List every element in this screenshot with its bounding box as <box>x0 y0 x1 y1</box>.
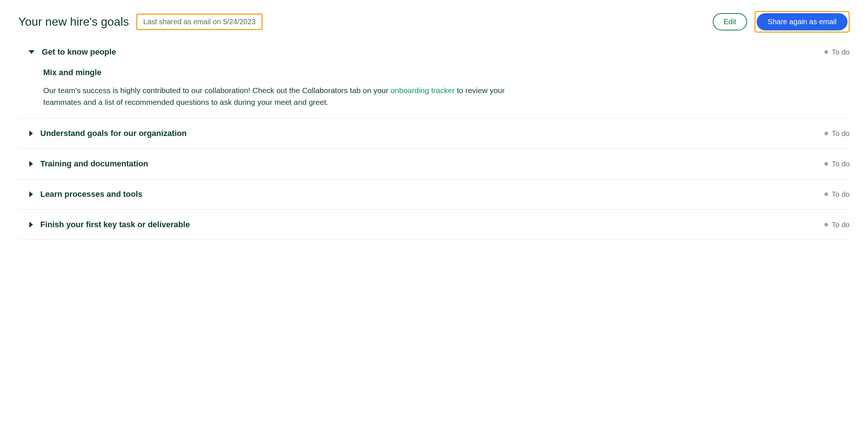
goal-description: Our team's success is highly contributed… <box>43 85 527 108</box>
goal-header[interactable]: Understand goals for our organization To… <box>29 129 850 138</box>
onboarding-tracker-link[interactable]: onboarding tracker <box>390 86 455 95</box>
status-badge: To do <box>824 221 850 229</box>
goal-desc-text: Our team's success is highly contributed… <box>43 86 390 95</box>
goals-list: Get to know people To do Mix and mingle … <box>18 47 850 240</box>
chevron-right-icon <box>29 191 33 197</box>
status-badge: To do <box>824 160 850 168</box>
goal-item: Understand goals for our organization To… <box>18 118 850 149</box>
goal-title: Learn processes and tools <box>40 189 142 199</box>
page-header: Your new hire's goals Last shared as ema… <box>18 11 850 33</box>
status-label: To do <box>832 48 850 56</box>
goal-title: Training and documentation <box>40 159 148 169</box>
goal-item: Learn processes and tools To do <box>18 179 850 210</box>
share-button-highlight: Share again as email <box>754 11 850 33</box>
status-dot-icon <box>824 223 828 226</box>
goal-item: Finish your first key task or deliverabl… <box>18 210 850 240</box>
share-again-button[interactable]: Share again as email <box>757 13 847 30</box>
status-label: To do <box>832 221 850 229</box>
goal-item: Training and documentation To do <box>18 149 850 179</box>
goal-title: Finish your first key task or deliverabl… <box>40 220 190 229</box>
status-label: To do <box>832 129 850 138</box>
status-dot-icon <box>824 192 828 196</box>
goal-header[interactable]: Learn processes and tools To do <box>29 189 850 199</box>
status-label: To do <box>832 160 850 168</box>
goal-title: Get to know people <box>42 47 116 57</box>
status-dot-icon <box>824 162 828 166</box>
chevron-right-icon <box>29 222 33 228</box>
goal-header[interactable]: Finish your first key task or deliverabl… <box>29 220 850 229</box>
goal-header[interactable]: Training and documentation To do <box>29 159 850 169</box>
page-title: Your new hire's goals <box>18 15 129 29</box>
last-shared-badge: Last shared as email on 5/24/2023 <box>136 14 263 30</box>
edit-button[interactable]: Edit <box>713 13 747 30</box>
chevron-right-icon <box>29 161 33 167</box>
goal-header[interactable]: Get to know people To do <box>29 47 850 57</box>
status-badge: To do <box>824 190 850 199</box>
goal-title: Understand goals for our organization <box>40 129 187 138</box>
status-badge: To do <box>824 48 850 56</box>
chevron-down-icon <box>29 50 34 54</box>
status-label: To do <box>832 190 850 199</box>
status-dot-icon <box>824 50 828 54</box>
status-dot-icon <box>824 132 828 135</box>
goal-subtitle: Mix and mingle <box>43 68 850 77</box>
goal-item: Get to know people To do Mix and mingle … <box>18 47 850 118</box>
chevron-right-icon <box>29 130 33 136</box>
goal-body: Mix and mingle Our team's success is hig… <box>29 68 850 108</box>
status-badge: To do <box>824 129 850 138</box>
